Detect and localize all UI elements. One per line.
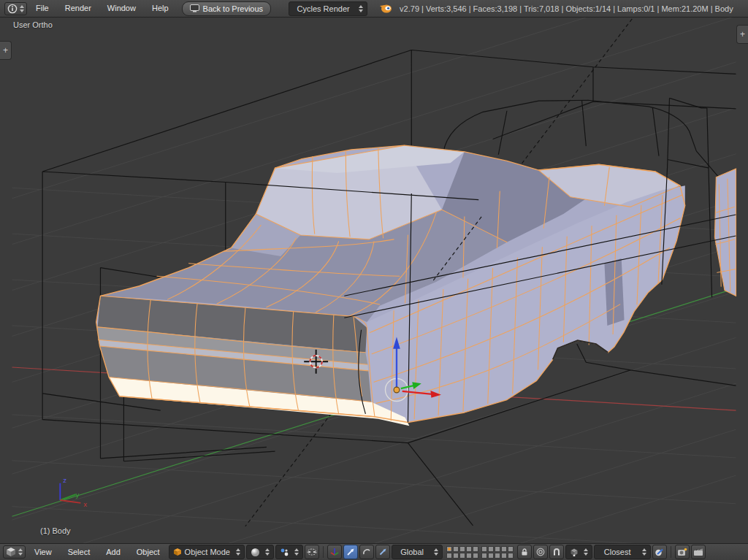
active-object-label: (1) Body xyxy=(40,526,71,535)
layers-group-1[interactable] xyxy=(446,546,478,559)
menu-render[interactable]: Render xyxy=(58,0,99,17)
menu-add[interactable]: Add xyxy=(99,544,128,560)
view-name-label: User Ortho xyxy=(13,20,53,29)
viewport-3d[interactable]: z y x User Ortho (1) Body xyxy=(0,18,748,543)
viewport-header: View Select Add Object Object Mode xyxy=(0,543,748,560)
snap-align-rotation-toggle[interactable] xyxy=(652,545,667,559)
info-icon xyxy=(7,4,18,14)
editor-type-spinner[interactable] xyxy=(20,5,24,12)
menu-window[interactable]: Window xyxy=(100,0,143,17)
menu-select[interactable]: Select xyxy=(61,544,98,560)
mode-dropdown[interactable]: Object Mode xyxy=(169,545,245,559)
proportional-edit-dropdown[interactable] xyxy=(533,545,548,559)
opengl-render-anim-button[interactable] xyxy=(691,545,706,559)
manipulate-centers-icon xyxy=(307,548,317,556)
scene-statistics: v2.79 | Verts:3,546 | Faces:3,198 | Tris… xyxy=(400,4,733,13)
render-engine-dropdown[interactable]: Cycles Render xyxy=(289,1,367,16)
magnet-icon xyxy=(552,548,561,556)
editor-type-selector[interactable] xyxy=(4,2,27,15)
viewport-editor-icon xyxy=(6,547,16,557)
screen-icon xyxy=(190,4,199,12)
gizmo-x-label: x xyxy=(83,500,87,508)
translate-icon xyxy=(346,548,355,556)
pivot-point-icon xyxy=(280,548,289,557)
manipulator-origin[interactable] xyxy=(394,387,400,393)
lock-to-scene-toggle[interactable] xyxy=(517,545,532,559)
orientation-dropdown[interactable]: Global xyxy=(392,545,443,559)
menu-file[interactable]: File xyxy=(28,0,56,17)
toolshelf-expand-button[interactable]: + xyxy=(0,41,12,60)
render-camera-icon xyxy=(677,548,687,556)
render-engine-spinner[interactable] xyxy=(359,5,363,12)
layer-cell-active[interactable] xyxy=(446,546,452,552)
orientation-spinner[interactable] xyxy=(434,548,438,556)
shading-dropdown[interactable] xyxy=(246,545,274,559)
snap-target-dropdown[interactable]: Closest xyxy=(594,545,651,559)
editor-type-spinner-3d[interactable] xyxy=(18,548,23,556)
pivot-dropdown[interactable] xyxy=(275,545,303,559)
rotate-manipulator-toggle[interactable] xyxy=(359,545,374,559)
snap-element-spinner[interactable] xyxy=(584,548,588,556)
shading-spinner[interactable] xyxy=(265,548,270,556)
gizmo-y-label: y xyxy=(76,491,80,499)
align-rotation-icon xyxy=(654,548,664,557)
info-header: File Render Window Help Back to Previous… xyxy=(0,0,748,18)
axis-tripod-icon xyxy=(330,548,339,556)
clapperboard-icon xyxy=(693,548,703,556)
properties-expand-button[interactable]: + xyxy=(736,25,748,44)
render-engine-value: Cycles Render xyxy=(293,4,354,13)
mode-spinner[interactable] xyxy=(236,548,240,556)
layers-group-2[interactable] xyxy=(481,546,514,559)
rotate-icon xyxy=(362,548,371,556)
viewport-canvas[interactable]: z y x xyxy=(0,18,748,543)
snap-element-dropdown[interactable] xyxy=(565,545,592,559)
viewport-shading-icon xyxy=(251,548,260,557)
lock-icon xyxy=(520,548,529,556)
menu-object[interactable]: Object xyxy=(129,544,167,560)
snap-element-icon xyxy=(570,548,579,556)
blender-logo xyxy=(379,3,392,14)
manipulator-axes-toggle[interactable] xyxy=(327,545,342,559)
mode-value: Object Mode xyxy=(185,548,231,556)
back-to-previous-button[interactable]: Back to Previous xyxy=(182,1,272,16)
translate-manipulator-toggle[interactable] xyxy=(343,545,358,559)
pivot-spinner[interactable] xyxy=(294,548,299,556)
opengl-render-button[interactable] xyxy=(675,545,690,559)
snap-target-value: Closest xyxy=(598,548,637,556)
layers-widget[interactable] xyxy=(446,546,514,559)
gizmo-z-label: z xyxy=(63,476,66,484)
menu-help[interactable]: Help xyxy=(145,0,176,17)
menu-view[interactable]: View xyxy=(27,544,59,560)
manipulate-centers-toggle[interactable] xyxy=(305,545,319,559)
car-right-edge-piece xyxy=(714,169,736,296)
scale-icon xyxy=(378,548,387,556)
snap-target-spinner[interactable] xyxy=(642,548,646,556)
orientation-value: Global xyxy=(396,548,429,556)
snap-toggle[interactable] xyxy=(549,545,564,559)
editor-type-selector-3d[interactable] xyxy=(3,545,26,559)
scale-manipulator-toggle[interactable] xyxy=(375,545,390,559)
object-mode-icon xyxy=(173,548,182,556)
back-to-previous-label: Back to Previous xyxy=(203,4,264,13)
proportional-edit-icon xyxy=(536,548,545,556)
